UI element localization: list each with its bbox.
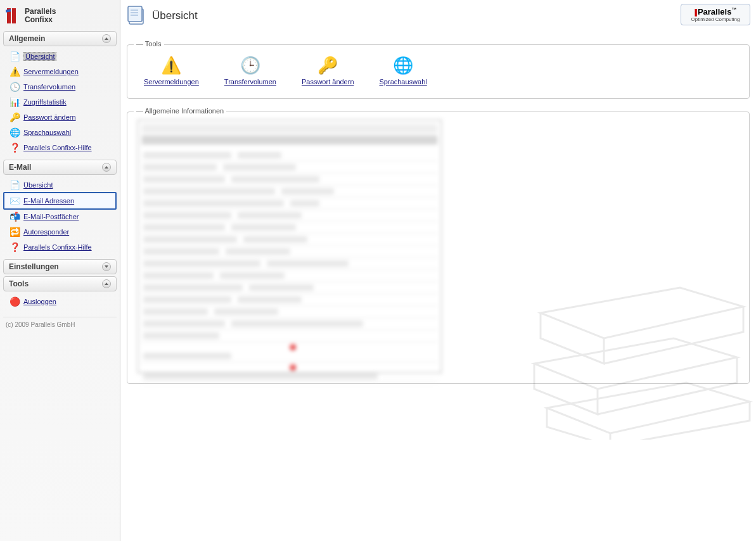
copyright-text: (c) 2009 Parallels GmbH	[3, 317, 117, 332]
nav-item-label[interactable]: Passwort ändern	[23, 113, 76, 121]
info-table-blurred	[138, 120, 442, 373]
help-icon: ❓	[10, 242, 20, 252]
tool-label[interactable]: Servermeldungen	[144, 78, 199, 86]
nav-section-title: Tools	[9, 279, 29, 288]
nav-section: E-Mail📄Übersicht✉️E-Mail Adressen📬E-Mail…	[3, 160, 117, 257]
nav-item-label[interactable]: E-Mail-Postfächer	[23, 213, 79, 220]
chevron-up-icon[interactable]	[102, 163, 111, 172]
logout-icon: 🔴	[10, 296, 20, 307]
nav-item[interactable]: 🔴Ausloggen	[4, 294, 115, 309]
nav-item-label[interactable]: Parallels Confixx-Hilfe	[23, 243, 92, 251]
gauge-icon: 🕒	[10, 82, 20, 92]
nav-items: 📄Übersicht⚠️Servermeldungen🕒Transfervolu…	[3, 46, 117, 158]
nav-item[interactable]: 📊Zugriffstatistik	[4, 94, 115, 110]
svg-rect-1	[12, 8, 16, 23]
tool-label[interactable]: Sprachauswahl	[380, 78, 427, 86]
nav-item[interactable]: 🔁Autoresponder	[4, 224, 115, 239]
chevron-up-icon[interactable]	[102, 34, 111, 43]
tool-item[interactable]: 🌐Sprachauswahl	[380, 55, 427, 86]
brand-tagline: Optimized Computing	[688, 16, 743, 22]
nav-section-header[interactable]: Tools	[3, 276, 117, 291]
mail-icon: ✉️	[10, 196, 20, 206]
mailbox-icon: 📬	[10, 212, 20, 222]
nav-item[interactable]: 🌐Sprachauswahl	[4, 125, 115, 140]
nav-item-label[interactable]: Zugriffstatistik	[23, 98, 67, 106]
tool-label[interactable]: Passwort ändern	[302, 78, 354, 86]
key-icon: 🔑	[317, 55, 338, 75]
app-logo: Parallels Confixx	[3, 3, 117, 31]
nav-item-label[interactable]: Transfervolumen	[23, 83, 75, 91]
parallels-brand-logo: ||Parallels™ Optimized Computing	[681, 4, 750, 25]
page-icon	[127, 5, 146, 27]
chevron-up-icon[interactable]	[102, 279, 111, 288]
info-legend: Allgemeine Informationen	[134, 107, 226, 115]
globe-icon: 🌐	[393, 55, 413, 75]
nav-item-label[interactable]: Parallels Confixx-Hilfe	[23, 144, 92, 151]
nav-item-label[interactable]: Ausloggen	[23, 298, 56, 305]
nav-section-header[interactable]: E-Mail	[3, 160, 117, 175]
warning-icon: ⚠️	[161, 55, 181, 75]
main-content: ||Parallels™ Optimized Computing Übersic…	[120, 0, 756, 541]
nav-item[interactable]: ❓Parallels Confixx-Hilfe	[4, 140, 115, 155]
nav-item[interactable]: 🔑Passwort ändern	[4, 110, 115, 125]
nav-item[interactable]: 📬E-Mail-Postfächer	[4, 209, 115, 224]
tool-item[interactable]: 🔑Passwort ändern	[302, 55, 354, 86]
document-icon: 📄	[10, 51, 20, 61]
key-icon: 🔑	[10, 112, 20, 122]
nav-item[interactable]: 📄Übersicht	[4, 177, 115, 193]
tool-item[interactable]: ⚠️Servermeldungen	[144, 55, 199, 86]
server-stack-watermark-icon	[528, 275, 756, 440]
app-name-line2: Confixx	[25, 16, 56, 24]
tool-label[interactable]: Transfervolumen	[224, 78, 276, 86]
nav-item[interactable]: 📄Übersicht	[4, 49, 115, 64]
nav-item[interactable]: ✉️E-Mail Adressen	[3, 192, 117, 210]
nav-section: Einstellungen	[3, 259, 117, 274]
globe-icon: 🌐	[10, 127, 20, 137]
nav-section-header[interactable]: Allgemein	[3, 31, 117, 46]
nav-item-label[interactable]: Übersicht	[23, 52, 56, 61]
autoreply-icon: 🔁	[10, 227, 20, 237]
nav-items: 📄Übersicht✉️E-Mail Adressen📬E-Mail-Postf…	[3, 175, 117, 257]
page-title: Übersicht	[152, 10, 198, 22]
svg-rect-4	[128, 6, 142, 22]
sidebar: Parallels Confixx Allgemein📄Übersicht⚠️S…	[0, 0, 120, 541]
tools-legend: Tools	[134, 40, 164, 48]
chevron-down-icon[interactable]	[102, 262, 111, 271]
nav-item-label[interactable]: E-Mail Adressen	[23, 197, 74, 205]
chart-icon: 📊	[10, 97, 20, 107]
nav-section-title: E-Mail	[9, 163, 31, 172]
nav-item-label[interactable]: Sprachauswahl	[23, 129, 71, 136]
nav-item-label[interactable]: Servermeldungen	[23, 68, 79, 75]
help-icon: ❓	[10, 143, 20, 153]
gauge-icon: 🕒	[240, 55, 260, 75]
nav-items: 🔴Ausloggen	[3, 291, 117, 312]
tool-item[interactable]: 🕒Transfervolumen	[224, 55, 276, 86]
nav-item[interactable]: ❓Parallels Confixx-Hilfe	[4, 239, 115, 255]
document-icon: 📄	[10, 180, 20, 190]
nav-section: Tools🔴Ausloggen	[3, 276, 117, 312]
nav-section-title: Einstellungen	[9, 262, 59, 271]
confixx-logo-icon	[6, 7, 21, 25]
nav-item[interactable]: ⚠️Servermeldungen	[4, 64, 115, 79]
nav-section: Allgemein📄Übersicht⚠️Servermeldungen🕒Tra…	[3, 31, 117, 158]
nav-item-label[interactable]: Autoresponder	[23, 228, 69, 236]
nav-section-header[interactable]: Einstellungen	[3, 259, 117, 274]
tools-fieldset: Tools ⚠️Servermeldungen🕒Transfervolumen🔑…	[127, 44, 750, 99]
nav-item[interactable]: 🕒Transfervolumen	[4, 79, 115, 94]
nav-item-label[interactable]: Übersicht	[23, 181, 53, 189]
nav-section-title: Allgemein	[9, 34, 45, 43]
warning-icon: ⚠️	[10, 67, 20, 77]
brand-name: Parallels	[698, 7, 732, 16]
page-header: Übersicht	[127, 5, 750, 32]
